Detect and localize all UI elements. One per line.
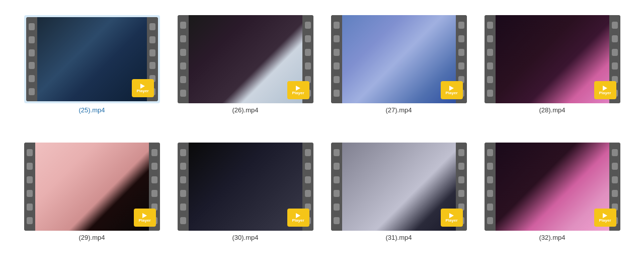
- perf-hole: [149, 62, 155, 69]
- perf-hole: [149, 36, 155, 43]
- perf-hole: [487, 49, 493, 56]
- player-badge[interactable]: Player: [134, 209, 156, 227]
- video-item-31[interactable]: Player(31).mp4: [327, 143, 470, 255]
- play-icon: [603, 213, 607, 218]
- perf-hole: [487, 90, 493, 97]
- perf-hole: [180, 163, 186, 170]
- perf-hole: [29, 36, 35, 43]
- player-badge[interactable]: Player: [287, 81, 309, 99]
- film-content: [342, 15, 456, 103]
- play-icon: [449, 213, 454, 218]
- perf-hole: [612, 22, 618, 29]
- filmstrip: Player: [24, 143, 160, 231]
- thumbnail-wrapper: Player: [331, 15, 467, 103]
- perf-hole: [180, 35, 186, 42]
- film-content: [37, 17, 147, 101]
- player-label: Player: [292, 91, 304, 95]
- film-content: [35, 143, 149, 231]
- perf-hole: [29, 49, 35, 56]
- perf-hole: [458, 35, 464, 42]
- player-badge[interactable]: Player: [441, 209, 463, 227]
- video-item-27[interactable]: Player(27).mp4: [327, 15, 470, 127]
- play-icon: [140, 84, 145, 89]
- perf-hole: [458, 62, 464, 70]
- perf-hole: [27, 176, 33, 183]
- perf-hole: [29, 62, 35, 69]
- perf-hole: [334, 49, 340, 56]
- play-icon: [449, 86, 454, 91]
- thumbnail-wrapper: Player: [485, 15, 620, 103]
- film-perforation-left: [178, 143, 189, 231]
- video-item-26[interactable]: Player(26).mp4: [174, 15, 317, 127]
- perf-hole: [305, 163, 311, 170]
- perf-hole: [487, 204, 493, 211]
- film-content: [189, 143, 302, 231]
- film-perforation-left: [331, 143, 342, 231]
- filmstrip: Player: [178, 143, 313, 231]
- perf-hole: [151, 190, 157, 197]
- perf-hole: [334, 163, 340, 170]
- video-item-28[interactable]: Player(28).mp4: [480, 15, 624, 127]
- player-label: Player: [445, 219, 457, 223]
- perf-hole: [180, 49, 186, 56]
- perf-hole: [180, 217, 186, 224]
- play-icon: [142, 213, 147, 218]
- perf-hole: [305, 190, 311, 197]
- video-item-32[interactable]: Player(32).mp4: [480, 143, 624, 255]
- perf-hole: [334, 190, 340, 197]
- perf-hole: [305, 149, 311, 156]
- perf-hole: [29, 23, 35, 30]
- film-perforation-left: [26, 17, 37, 101]
- perf-hole: [334, 62, 340, 70]
- video-item-29[interactable]: Player(29).mp4: [20, 143, 164, 255]
- perf-hole: [305, 22, 311, 29]
- perf-hole: [612, 176, 618, 183]
- perf-hole: [612, 62, 618, 70]
- perf-hole: [487, 35, 493, 42]
- player-badge[interactable]: Player: [594, 209, 616, 227]
- perf-hole: [458, 176, 464, 183]
- player-badge[interactable]: Player: [132, 79, 154, 97]
- thumbnail-wrapper: Player: [485, 143, 620, 231]
- player-label: Player: [292, 219, 304, 223]
- film-perforation-left: [331, 15, 342, 103]
- perf-hole: [305, 35, 311, 42]
- film-perforation-left: [485, 15, 496, 103]
- perf-hole: [151, 163, 157, 170]
- perf-hole: [487, 62, 493, 70]
- film-perforation-left: [24, 143, 35, 231]
- filmstrip: Player: [331, 15, 467, 103]
- perf-hole: [458, 22, 464, 29]
- video-item-30[interactable]: Player(30).mp4: [174, 143, 317, 255]
- player-badge[interactable]: Player: [441, 81, 463, 99]
- perf-hole: [458, 149, 464, 156]
- thumbnail-wrapper: Player: [24, 143, 160, 231]
- perf-hole: [612, 49, 618, 56]
- film-content: [189, 15, 302, 103]
- perf-hole: [27, 190, 33, 197]
- perf-hole: [612, 149, 618, 156]
- perf-hole: [458, 190, 464, 197]
- video-item-25[interactable]: Player(25).mp4: [20, 15, 164, 127]
- player-badge[interactable]: Player: [594, 81, 616, 99]
- player-label: Player: [599, 219, 611, 223]
- perf-hole: [180, 90, 186, 97]
- perf-hole: [334, 176, 340, 183]
- player-badge[interactable]: Player: [287, 209, 309, 227]
- perf-hole: [612, 190, 618, 197]
- perf-hole: [305, 176, 311, 183]
- perf-hole: [29, 75, 35, 82]
- perf-hole: [487, 149, 493, 156]
- perf-hole: [180, 62, 186, 70]
- video-filename: (32).mp4: [539, 234, 565, 241]
- perf-hole: [487, 22, 493, 29]
- perf-hole: [458, 163, 464, 170]
- video-filename: (30).mp4: [232, 234, 258, 241]
- perf-hole: [334, 35, 340, 42]
- perf-hole: [27, 163, 33, 170]
- perf-hole: [305, 49, 311, 56]
- video-filename: (26).mp4: [232, 106, 258, 114]
- perf-hole: [334, 204, 340, 211]
- perf-hole: [458, 49, 464, 56]
- thumbnail-wrapper: Player: [331, 143, 467, 231]
